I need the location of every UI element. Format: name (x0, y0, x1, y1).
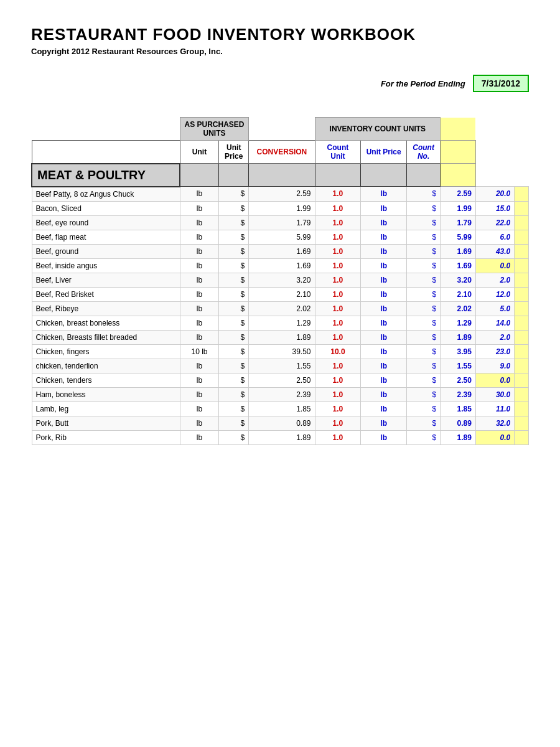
item-unit: lb (180, 215, 218, 230)
table-row: Beef, Red Brisket lb $ 2.10 1.0 lb $ 2.1… (32, 287, 529, 301)
table-row: chicken, tenderlion lb $ 1.55 1.0 lb $ 1… (32, 359, 529, 373)
table-row: Beef, inside angus lb $ 1.69 1.0 lb $ 1.… (32, 258, 529, 273)
count-no-val[interactable]: 2.0 (475, 273, 514, 287)
count-unit-val: lb (361, 316, 407, 330)
table-row: Beef, Liver lb $ 3.20 1.0 lb $ 3.20 2.0 (32, 273, 529, 287)
item-unit: lb (180, 373, 218, 387)
item-price: 0.89 (249, 416, 315, 430)
item-unit: lb (180, 244, 218, 258)
count-no-val[interactable]: 6.0 (475, 230, 514, 244)
table-row: Beef, flap meat lb $ 5.99 1.0 lb $ 5.99 … (32, 230, 529, 244)
count-no-val[interactable]: 12.0 (475, 287, 514, 301)
inv-dollar-sign: $ (407, 359, 441, 373)
inv-price-val: 2.59 (441, 187, 476, 202)
period-label: For the Period Ending (381, 79, 465, 88)
count-unit-val: lb (361, 430, 407, 444)
count-no-val[interactable]: 30.0 (475, 387, 514, 402)
conversion-val: 1.0 (315, 187, 361, 202)
col-item-header (32, 141, 180, 164)
conversion-val: 1.0 (315, 430, 361, 444)
conversion-val: 1.0 (315, 416, 361, 430)
count-unit-val: lb (361, 244, 407, 258)
table-row: Chicken, fingers 10 lb $ 39.50 10.0 lb $… (32, 344, 529, 359)
count-no-val[interactable]: 9.0 (475, 359, 514, 373)
item-unit: lb (180, 387, 218, 402)
col-unit-header: Unit (180, 141, 218, 164)
count-no-val[interactable]: 20.0 (475, 187, 514, 202)
item-name: Beef, eye round (32, 215, 180, 230)
item-unit: lb (180, 201, 218, 215)
count-no-val[interactable]: 23.0 (475, 344, 514, 359)
item-unit: lb (180, 287, 218, 301)
price-dollar-sign: $ (219, 387, 249, 402)
count-no-val[interactable]: 0.0 (475, 258, 514, 273)
price-dollar-sign: $ (219, 402, 249, 416)
conversion-val: 1.0 (315, 330, 361, 344)
price-dollar-sign: $ (219, 344, 249, 359)
inv-price-val: 1.85 (441, 402, 476, 416)
item-name: Ham, boneless (32, 387, 180, 402)
item-unit: lb (180, 258, 218, 273)
table-row: Beef, Ribeye lb $ 2.02 1.0 lb $ 2.02 5.0 (32, 301, 529, 316)
conversion-val: 1.0 (315, 402, 361, 416)
inv-dollar-sign: $ (407, 344, 441, 359)
table-row: Beef, eye round lb $ 1.79 1.0 lb $ 1.79 … (32, 215, 529, 230)
extra-col (515, 359, 529, 373)
col-unit-price-header: Unit Price (219, 141, 249, 164)
count-unit-val: lb (361, 373, 407, 387)
item-unit: lb (180, 301, 218, 316)
item-price: 1.69 (249, 258, 315, 273)
conversion-val: 1.0 (315, 201, 361, 215)
table-row: Bacon, Sliced lb $ 1.99 1.0 lb $ 1.99 15… (32, 201, 529, 215)
extra-col (515, 344, 529, 359)
col-conversion-header: CONVERSION (249, 141, 315, 164)
conversion-val: 1.0 (315, 215, 361, 230)
inv-dollar-sign: $ (407, 215, 441, 230)
inv-price-val: 1.29 (441, 316, 476, 330)
price-dollar-sign: $ (219, 230, 249, 244)
item-name: chicken, tenderlion (32, 359, 180, 373)
period-value[interactable]: 7/31/2012 (473, 75, 529, 92)
inv-price-val: 1.69 (441, 244, 476, 258)
count-unit-val: lb (361, 287, 407, 301)
item-unit: lb (180, 359, 218, 373)
count-no-val[interactable]: 14.0 (475, 316, 514, 330)
price-dollar-sign: $ (219, 201, 249, 215)
inv-price-val: 2.39 (441, 387, 476, 402)
inv-dollar-sign: $ (407, 402, 441, 416)
item-name: Beef Patty, 8 oz Angus Chuck (32, 187, 180, 202)
item-price: 2.02 (249, 301, 315, 316)
col-count-unit-header: Count Unit (315, 141, 361, 164)
count-unit-val: lb (361, 301, 407, 316)
item-unit: lb (180, 187, 218, 202)
count-no-val[interactable]: 15.0 (475, 201, 514, 215)
item-price: 1.55 (249, 359, 315, 373)
price-dollar-sign: $ (219, 301, 249, 316)
item-name: Beef, inside angus (32, 258, 180, 273)
inv-dollar-sign: $ (407, 301, 441, 316)
count-no-val[interactable]: 32.0 (475, 416, 514, 430)
count-unit-val: lb (361, 330, 407, 344)
count-unit-val: lb (361, 273, 407, 287)
count-no-val[interactable]: 0.0 (475, 373, 514, 387)
item-unit: lb (180, 416, 218, 430)
col-header-row: Unit Unit Price CONVERSION Count Unit Un… (32, 141, 529, 164)
count-no-val[interactable]: 22.0 (475, 215, 514, 230)
group-header-row: AS PURCHASED UNITS INVENTORY COUNT UNITS (32, 118, 529, 141)
extra-col (515, 387, 529, 402)
item-price: 1.29 (249, 316, 315, 330)
count-no-val[interactable]: 5.0 (475, 301, 514, 316)
inv-dollar-sign: $ (407, 416, 441, 430)
count-no-val[interactable]: 2.0 (475, 330, 514, 344)
price-dollar-sign: $ (219, 187, 249, 202)
count-no-val[interactable]: 11.0 (475, 402, 514, 416)
extra-col (515, 402, 529, 416)
section-title: MEAT & POULTRY (32, 164, 180, 187)
item-unit: lb (180, 316, 218, 330)
inv-price-val: 1.99 (441, 201, 476, 215)
count-no-val[interactable]: 0.0 (475, 430, 514, 444)
inv-dollar-sign: $ (407, 430, 441, 444)
count-no-val[interactable]: 43.0 (475, 244, 514, 258)
table-row: Beef, ground lb $ 1.69 1.0 lb $ 1.69 43.… (32, 244, 529, 258)
conversion-val: 1.0 (315, 273, 361, 287)
